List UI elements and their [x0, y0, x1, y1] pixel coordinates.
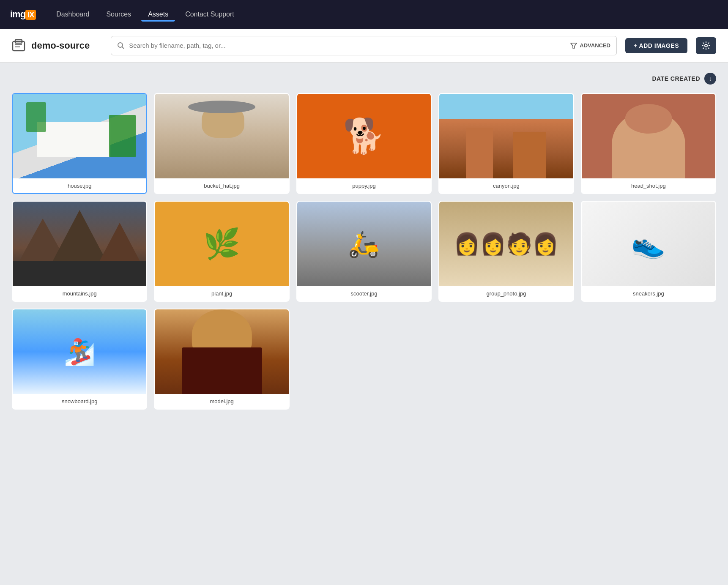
image-label-scooter: scooter.jpg [297, 286, 431, 301]
image-card-sneakers[interactable]: 👟 sneakers.jpg [581, 201, 716, 302]
add-images-label: + ADD IMAGES [634, 42, 679, 49]
sort-bar: DATE CREATED ↓ [12, 73, 716, 85]
search-input[interactable] [129, 42, 561, 49]
logo-ix-text: IX [25, 10, 36, 20]
sub-header: demo-source ADVANCED + ADD IMAGES [0, 29, 728, 63]
image-card-scooter[interactable]: 🛵 scooter.jpg [296, 201, 432, 302]
image-card-model[interactable]: model.jpg [154, 309, 289, 410]
image-label-mountains: mountains.jpg [13, 286, 146, 301]
add-images-button[interactable]: + ADD IMAGES [625, 38, 687, 53]
image-card-house[interactable]: house.jpg [12, 93, 147, 194]
nav-sources[interactable]: Sources [99, 7, 138, 22]
svg-line-5 [122, 46, 124, 49]
sort-direction-icon: ↓ [709, 75, 712, 82]
image-label-snowboard: snowboard.jpg [13, 394, 146, 409]
logo-img-text: img [10, 9, 25, 19]
svg-marker-6 [571, 43, 577, 48]
navbar: imgIX Dashboard Sources Assets Contact S… [0, 0, 728, 29]
advanced-filter-button[interactable]: ADVANCED [565, 42, 610, 49]
settings-button[interactable] [696, 37, 716, 54]
source-name: demo-source [31, 40, 90, 51]
image-card-bucket-hat[interactable]: bucket_hat.jpg [154, 93, 289, 194]
nav-dashboard[interactable]: Dashboard [49, 7, 96, 22]
image-label-group-photo: group_photo.jpg [439, 286, 573, 301]
nav-assets[interactable]: Assets [141, 7, 175, 22]
image-label-sneakers: sneakers.jpg [582, 286, 715, 301]
image-card-puppy[interactable]: 🐕 puppy.jpg [296, 93, 432, 194]
image-label-plant: plant.jpg [155, 286, 288, 301]
search-icon [117, 42, 125, 49]
image-label-canyon: canyon.jpg [439, 178, 573, 193]
image-label-puppy: puppy.jpg [297, 178, 431, 193]
main-content: DATE CREATED ↓ house.jpg bucket_hat.jpg [0, 63, 728, 420]
logo[interactable]: imgIX [10, 9, 36, 20]
image-grid: house.jpg bucket_hat.jpg 🐕 puppy.jpg can… [12, 93, 716, 410]
image-label-head-shot: head_shot.jpg [582, 178, 715, 193]
image-card-plant[interactable]: 🌿 plant.jpg [154, 201, 289, 302]
image-label-model: model.jpg [155, 394, 288, 409]
image-label-house: house.jpg [13, 178, 146, 193]
nav-links: Dashboard Sources Assets Contact Support [49, 7, 718, 22]
image-card-snowboard[interactable]: 🏂 snowboard.jpg [12, 309, 147, 410]
gear-icon [702, 41, 710, 50]
sort-direction-button[interactable]: ↓ [704, 73, 716, 85]
image-card-head-shot[interactable]: head_shot.jpg [581, 93, 716, 194]
source-info: demo-source [12, 38, 90, 53]
filter-icon [570, 42, 577, 49]
image-label-bucket-hat: bucket_hat.jpg [155, 178, 288, 193]
image-card-group-photo[interactable]: 👩👩🧑👩 group_photo.jpg [438, 201, 574, 302]
advanced-label: ADVANCED [580, 42, 610, 49]
nav-contact-support[interactable]: Contact Support [178, 7, 241, 22]
image-card-mountains[interactable]: mountains.jpg [12, 201, 147, 302]
source-icon [12, 38, 27, 53]
search-bar: ADVANCED [111, 36, 617, 55]
image-card-canyon[interactable]: canyon.jpg [438, 93, 574, 194]
svg-point-7 [705, 44, 707, 47]
sort-label: DATE CREATED [652, 75, 700, 82]
